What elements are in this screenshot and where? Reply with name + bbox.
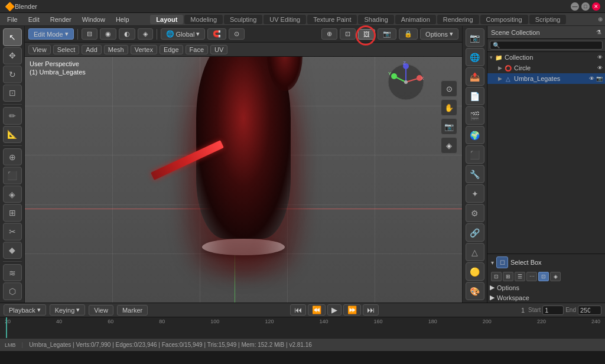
et-mesh[interactable]: Mesh <box>104 45 128 54</box>
tab-compositing[interactable]: Compositing <box>480 15 528 24</box>
material-icon[interactable]: 🟡 <box>466 262 484 281</box>
tool-move[interactable]: ✥ <box>3 47 22 65</box>
outliner-search[interactable] <box>490 41 603 50</box>
data-icon[interactable]: △ <box>466 243 484 261</box>
tool-loop-cut[interactable]: ⊞ <box>3 204 22 222</box>
outliner-item-umbra[interactable]: ▶ △ Umbra_Legates 👁 📷 <box>487 73 605 84</box>
view-btn[interactable]: View <box>89 305 113 316</box>
viewport-lock[interactable]: 🔒 <box>399 28 418 40</box>
outliner-filter-icon[interactable]: ⚗ <box>596 29 601 35</box>
particles-icon[interactable]: ✦ <box>466 184 484 203</box>
zoom-to-fit[interactable]: ⊙ <box>441 80 457 97</box>
constraints-icon[interactable]: 🔗 <box>466 223 484 242</box>
viewport-shading-render[interactable]: ◈ <box>138 28 153 40</box>
outliner-item-collection[interactable]: ▾ 📁 Collection 👁 <box>487 52 605 63</box>
tab-animation[interactable]: Animation <box>395 15 436 24</box>
next-frame-btn[interactable]: ⏩ <box>343 304 361 316</box>
proportional-edit[interactable]: ⊙ <box>229 28 245 40</box>
keying-btn[interactable]: Keying▾ <box>50 304 86 316</box>
play-btn[interactable]: ▶ <box>327 304 341 316</box>
go-to-end-btn[interactable]: ⏭ <box>363 304 379 316</box>
maximize-button[interactable]: □ <box>581 2 590 11</box>
playback-btn[interactable]: Playback▾ <box>4 304 46 316</box>
tool-bevel[interactable]: ◈ <box>3 186 22 203</box>
close-button[interactable]: ✕ <box>592 2 600 11</box>
menu-edit[interactable]: Edit <box>24 15 44 24</box>
snap-toggle[interactable]: 🧲 <box>207 28 226 40</box>
viewport-3d[interactable]: User Perspective (1) Umbra_Legates <box>25 57 462 303</box>
show-overlays[interactable]: ⊡ <box>340 28 356 40</box>
pan-view[interactable]: ✋ <box>441 99 457 116</box>
tool-select[interactable]: ↖ <box>3 28 22 46</box>
prev-frame-btn[interactable]: ⏪ <box>308 304 326 316</box>
tool-shear[interactable]: ⬡ <box>3 282 22 300</box>
options-row[interactable]: ▶ Options <box>487 282 605 292</box>
tab-rendering[interactable]: Rendering <box>437 15 479 24</box>
timeline-bar[interactable]: 20 40 60 80 100 120 140 160 180 200 220 … <box>0 317 605 338</box>
tab-shading[interactable]: Shading <box>358 15 393 24</box>
workspace-row[interactable]: ▶ Workspace <box>487 292 605 303</box>
tool-scale[interactable]: ⊡ <box>3 84 22 102</box>
go-to-start-btn[interactable]: ⏮ <box>290 304 306 316</box>
menu-window[interactable]: Window <box>77 15 110 24</box>
scene-icon[interactable]: 📷 <box>466 28 484 47</box>
physics-icon[interactable]: ⚙ <box>466 204 484 222</box>
umbra-render-icon[interactable]: 📷 <box>596 76 603 82</box>
tool-poly-build[interactable]: ◆ <box>3 242 22 259</box>
viewport-display-mode[interactable]: 🖼 <box>358 29 375 40</box>
mode-btn-5-active[interactable]: ⊡ <box>538 272 549 281</box>
mode-btn-4[interactable]: ⋯ <box>526 272 537 281</box>
et-edge[interactable]: Edge <box>160 45 183 54</box>
edit-mode-selector[interactable]: Edit Mode ▾ <box>28 28 74 40</box>
tool-measure[interactable]: 📐 <box>3 126 22 144</box>
et-face[interactable]: Face <box>186 45 208 54</box>
tab-layout[interactable]: Layout <box>150 15 183 24</box>
mode-btn-3[interactable]: ☰ <box>515 272 525 281</box>
end-frame-input[interactable] <box>578 306 601 315</box>
modifier-icon[interactable]: 🔧 <box>466 165 484 183</box>
tool-knife[interactable]: ✂ <box>3 223 22 240</box>
output-icon[interactable]: 📤 <box>466 67 484 86</box>
mode-btn-2[interactable]: ⊞ <box>503 272 513 281</box>
minimize-button[interactable]: — <box>571 2 579 11</box>
tool-smooth[interactable]: ≋ <box>3 264 22 282</box>
render-preview[interactable]: ◈ <box>441 137 457 154</box>
viewport-shading-wire[interactable]: ⊟ <box>82 28 97 40</box>
tab-scripting[interactable]: Scripting <box>529 15 567 24</box>
menu-help[interactable]: Help <box>111 15 134 24</box>
tab-uv-editing[interactable]: UV Editing <box>264 15 306 24</box>
camera-view[interactable]: 📷 <box>441 118 457 135</box>
tool-inset[interactable]: ⬛ <box>3 167 22 184</box>
scene-props-icon[interactable]: 🎬 <box>466 106 484 125</box>
tab-modeling[interactable]: Modeling <box>184 15 223 24</box>
transform-global[interactable]: 🌐Global▾ <box>161 28 206 40</box>
viewport-camera[interactable]: 📷 <box>378 28 396 40</box>
menu-render[interactable]: Render <box>45 15 76 24</box>
mode-btn-1[interactable]: ⊡ <box>491 272 502 281</box>
start-frame-input[interactable] <box>542 306 564 315</box>
mode-btn-6[interactable]: ◈ <box>550 272 561 281</box>
options-btn[interactable]: Options▾ <box>420 28 458 40</box>
viewport-shading-material[interactable]: ◐ <box>119 28 135 40</box>
et-vertex[interactable]: Vertex <box>131 45 157 54</box>
tool-rotate[interactable]: ↻ <box>3 66 22 83</box>
texture-icon[interactable]: 🎨 <box>466 282 484 300</box>
et-add[interactable]: Add <box>82 45 102 54</box>
menu-file[interactable]: File <box>2 15 22 24</box>
circle-vis-icon[interactable]: 👁 <box>597 65 603 71</box>
view-layer-icon[interactable]: 📄 <box>466 87 484 105</box>
tab-sculpting[interactable]: Sculpting <box>224 15 262 24</box>
world-icon[interactable]: 🌍 <box>466 126 484 144</box>
umbra-vis-icon[interactable]: 👁 <box>589 76 594 82</box>
show-gizmos[interactable]: ⊕ <box>321 28 337 40</box>
viewport-shading-solid[interactable]: ◉ <box>100 28 116 40</box>
et-view[interactable]: View <box>28 45 51 54</box>
navigation-gizmo[interactable]: Z X Y <box>385 61 427 103</box>
tool-annotate[interactable]: ✏ <box>3 107 22 125</box>
et-uv[interactable]: UV <box>210 45 227 54</box>
outliner-item-circle[interactable]: ▶ ⭕ Circle 👁 <box>487 63 605 73</box>
et-select[interactable]: Select <box>53 45 80 54</box>
render-icon[interactable]: 🌐 <box>466 48 484 66</box>
object-icon[interactable]: ⬛ <box>466 145 484 164</box>
tab-texture-paint[interactable]: Texture Paint <box>307 15 357 24</box>
